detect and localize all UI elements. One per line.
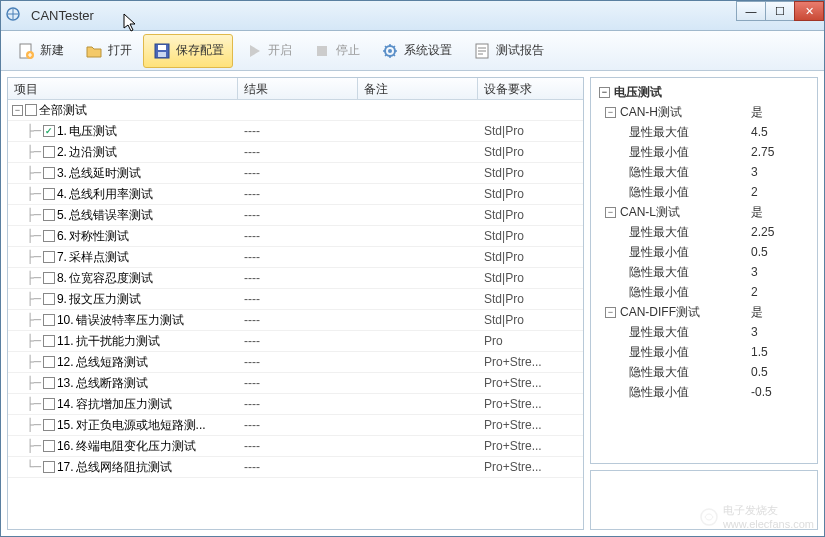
tree-item[interactable]: ├─ 15. 对正负电源或地短路测...----Pro+Stre... [8,415,583,436]
root-checkbox[interactable] [25,104,37,116]
tree-item[interactable]: ├─ 14. 容抗增加压力测试----Pro+Stre... [8,394,583,415]
prop-item[interactable]: 显性最大值4.5 [593,122,815,142]
tree-item[interactable]: ├─ 11. 抗干扰能力测试----Pro [8,331,583,352]
prop-item[interactable]: 显性最大值2.25 [593,222,815,242]
open-label: 打开 [108,42,132,59]
tree-item[interactable]: └─ 17. 总线网络阻抗测试----Pro+Stre... [8,457,583,478]
save-config-label: 保存配置 [176,42,224,59]
item-checkbox[interactable] [43,377,55,389]
prop-item[interactable]: 隐性最大值0.5 [593,362,815,382]
prop-item[interactable]: 显性最大值3 [593,322,815,342]
item-result: ---- [238,460,358,474]
svg-rect-6 [317,46,327,56]
col-result[interactable]: 结果 [238,78,358,99]
item-req: Pro+Stre... [478,460,583,474]
prop-value[interactable]: 0.5 [751,245,811,259]
item-checkbox[interactable] [43,125,55,137]
prop-value[interactable]: 3 [751,165,811,179]
collapse-icon[interactable]: − [605,207,616,218]
tree-body[interactable]: − 全部测试 ├─ 1. 电压测试----Std|Pro ├─ 2. 边沿测试-… [8,100,583,529]
tree-item[interactable]: ├─ 5. 总线错误率测试----Std|Pro [8,205,583,226]
collapse-icon[interactable]: − [599,87,610,98]
item-label: 位宽容忍度测试 [69,270,153,287]
tree-item[interactable]: ├─ 8. 位宽容忍度测试----Std|Pro [8,268,583,289]
item-checkbox[interactable] [43,146,55,158]
collapse-icon[interactable]: − [12,105,23,116]
tree-item[interactable]: ├─ 16. 终端电阻变化压力测试----Pro+Stre... [8,436,583,457]
prop-value[interactable]: 0.5 [751,365,811,379]
prop-item[interactable]: 隐性最大值3 [593,162,815,182]
item-req: Std|Pro [478,145,583,159]
close-button[interactable]: ✕ [794,1,824,21]
prop-item[interactable]: 显性最小值1.5 [593,342,815,362]
col-note[interactable]: 备注 [358,78,478,99]
item-checkbox[interactable] [43,356,55,368]
item-checkbox[interactable] [43,167,55,179]
item-checkbox[interactable] [43,251,55,263]
prop-value[interactable]: -0.5 [751,385,811,399]
tree-item[interactable]: ├─ 1. 电压测试----Std|Pro [8,121,583,142]
item-checkbox[interactable] [43,398,55,410]
new-button[interactable]: 新建 [7,34,73,68]
save-config-button[interactable]: 保存配置 [143,34,233,68]
prop-value[interactable]: 2 [751,185,811,199]
gear-icon [380,41,400,61]
prop-item[interactable]: 显性最小值0.5 [593,242,815,262]
col-project[interactable]: 项目 [8,78,238,99]
item-result: ---- [238,124,358,138]
item-result: ---- [238,292,358,306]
prop-group[interactable]: −CAN-H测试是 [593,102,815,122]
prop-item[interactable]: 隐性最小值-0.5 [593,382,815,402]
system-settings-button[interactable]: 系统设置 [371,34,461,68]
prop-item[interactable]: 隐性最小值2 [593,182,815,202]
prop-value[interactable]: 2 [751,285,811,299]
item-checkbox[interactable] [43,188,55,200]
tree-item[interactable]: ├─ 2. 边沿测试----Std|Pro [8,142,583,163]
open-button[interactable]: 打开 [75,34,141,68]
svg-point-8 [388,49,392,53]
item-checkbox[interactable] [43,293,55,305]
tree-item[interactable]: ├─ 13. 总线断路测试----Pro+Stre... [8,373,583,394]
test-report-button[interactable]: 测试报告 [463,34,553,68]
detail-panel [590,470,818,530]
prop-value[interactable]: 1.5 [751,345,811,359]
item-req: Std|Pro [478,187,583,201]
settings-label: 系统设置 [404,42,452,59]
item-checkbox[interactable] [43,419,55,431]
prop-item[interactable]: 隐性最小值2 [593,282,815,302]
item-checkbox[interactable] [43,335,55,347]
prop-value[interactable]: 4.5 [751,125,811,139]
tree-root[interactable]: − 全部测试 [8,100,583,121]
item-checkbox[interactable] [43,461,55,473]
item-checkbox[interactable] [43,209,55,221]
tree-item[interactable]: ├─ 12. 总线短路测试----Pro+Stre... [8,352,583,373]
stop-button[interactable]: 停止 [303,34,369,68]
item-req: Std|Pro [478,313,583,327]
prop-item[interactable]: 显性最小值2.75 [593,142,815,162]
item-checkbox[interactable] [43,272,55,284]
prop-group[interactable]: −CAN-DIFF测试是 [593,302,815,322]
tree-item[interactable]: ├─ 9. 报文压力测试----Std|Pro [8,289,583,310]
prop-value[interactable]: 3 [751,325,811,339]
collapse-icon[interactable]: − [605,307,616,318]
tree-item[interactable]: ├─ 4. 总线利用率测试----Std|Pro [8,184,583,205]
maximize-button[interactable]: ☐ [765,1,795,21]
property-panel[interactable]: −电压测试−CAN-H测试是显性最大值4.5显性最小值2.75隐性最大值3隐性最… [590,77,818,464]
prop-item[interactable]: 隐性最大值3 [593,262,815,282]
col-req[interactable]: 设备要求 [478,78,583,99]
prop-value[interactable]: 2.25 [751,225,811,239]
item-checkbox[interactable] [43,440,55,452]
tree-item[interactable]: ├─ 7. 采样点测试----Std|Pro [8,247,583,268]
prop-value[interactable]: 3 [751,265,811,279]
prop-group[interactable]: −CAN-L测试是 [593,202,815,222]
item-checkbox[interactable] [43,230,55,242]
tree-item[interactable]: ├─ 6. 对称性测试----Std|Pro [8,226,583,247]
prop-value[interactable]: 2.75 [751,145,811,159]
tree-item[interactable]: ├─ 3. 总线延时测试----Std|Pro [8,163,583,184]
prop-title-row[interactable]: −电压测试 [593,82,815,102]
collapse-icon[interactable]: − [605,107,616,118]
item-checkbox[interactable] [43,314,55,326]
minimize-button[interactable]: — [736,1,766,21]
start-button[interactable]: 开启 [235,34,301,68]
tree-item[interactable]: ├─ 10. 错误波特率压力测试----Std|Pro [8,310,583,331]
